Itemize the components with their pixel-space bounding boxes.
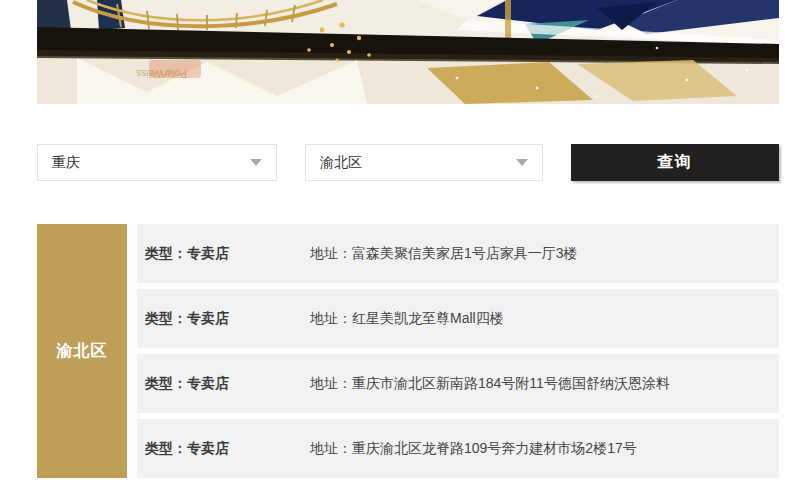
store-address: 地址：重庆市渝北区新南路184号附11号德国舒纳沃恩涂料: [310, 375, 670, 393]
chevron-down-icon: [516, 159, 528, 166]
store-row: 类型：专卖店 地址：重庆市渝北区新南路184号附11号德国舒纳沃恩涂料: [137, 354, 779, 413]
hero-image: PolarWeiss: [37, 0, 779, 104]
query-button[interactable]: 查询: [571, 144, 779, 181]
district-select-value: 渝北区: [320, 154, 362, 172]
store-type: 类型：专卖店: [145, 310, 310, 328]
store-list: 类型：专卖店 地址：富森美聚信美家居1号店家具一厅3楼 类型：专卖店 地址：红星…: [137, 224, 779, 478]
store-address: 地址：重庆渝北区龙脊路109号奔力建材市场2楼17号: [310, 440, 637, 458]
store-row: 类型：专卖店 地址：红星美凯龙至尊Mall四楼: [137, 289, 779, 348]
store-type: 类型：专卖店: [145, 440, 310, 458]
district-select[interactable]: 渝北区: [305, 144, 543, 181]
reflection-text: PolarWeiss: [137, 68, 187, 79]
city-select-value: 重庆: [52, 154, 80, 172]
store-type: 类型：专卖店: [145, 245, 310, 263]
store-locator-page: PolarWeiss 重庆 渝北区 查询: [0, 0, 800, 480]
showroom-photo-illustration: PolarWeiss: [37, 0, 779, 104]
store-row: 类型：专卖店 地址：重庆渝北区龙脊路109号奔力建材市场2楼17号: [137, 419, 779, 478]
city-select[interactable]: 重庆: [37, 144, 277, 181]
store-address: 地址：富森美聚信美家居1号店家具一厅3楼: [310, 245, 578, 263]
store-type: 类型：专卖店: [145, 375, 310, 393]
region-badge: 渝北区: [37, 224, 127, 478]
chevron-down-icon: [250, 159, 262, 166]
store-address: 地址：红星美凯龙至尊Mall四楼: [310, 310, 504, 328]
store-row: 类型：专卖店 地址：富森美聚信美家居1号店家具一厅3楼: [137, 224, 779, 283]
